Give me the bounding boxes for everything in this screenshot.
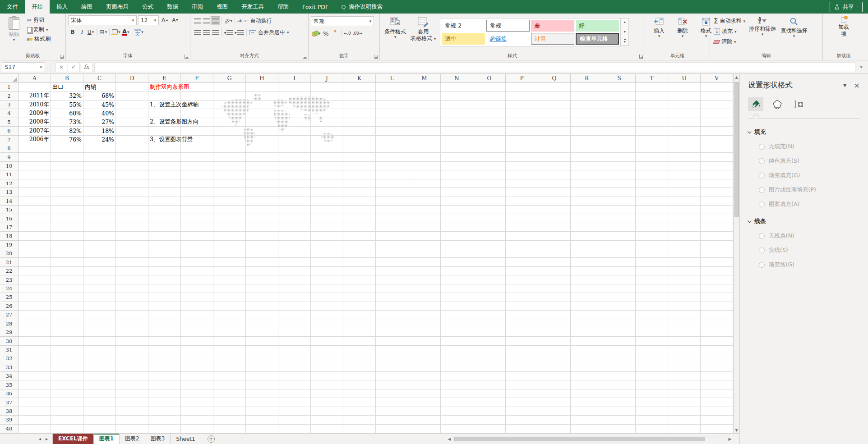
cell-K11[interactable] (343, 170, 376, 179)
cell-F27[interactable] (181, 311, 213, 319)
cell-S40[interactable] (603, 425, 636, 433)
cell-D5[interactable] (116, 118, 148, 127)
cell-R19[interactable] (571, 241, 603, 249)
cell-V35[interactable] (701, 380, 733, 389)
cell-R5[interactable] (571, 118, 603, 127)
world-map-image[interactable] (216, 91, 338, 150)
cell-B38[interactable] (51, 407, 83, 416)
row-header-2[interactable]: 2 (0, 92, 18, 100)
cell-M20[interactable] (408, 249, 441, 258)
cell-U20[interactable] (668, 249, 701, 258)
cell-M13[interactable] (408, 188, 441, 197)
cell-S33[interactable] (603, 363, 636, 372)
cell-I37[interactable] (278, 398, 311, 407)
cell-R22[interactable] (571, 267, 603, 275)
cell-T20[interactable] (636, 249, 668, 258)
cell-P11[interactable] (506, 170, 538, 179)
cell-E28[interactable] (148, 319, 181, 328)
cell-B22[interactable] (51, 267, 83, 275)
cell-J18[interactable] (311, 232, 343, 240)
cell-P4[interactable] (506, 109, 538, 118)
scroll-right-icon[interactable]: ▶ (726, 437, 734, 441)
cell-U13[interactable] (668, 188, 701, 197)
cell-H22[interactable] (246, 267, 278, 275)
cell-F30[interactable] (181, 337, 213, 345)
cell-F17[interactable] (181, 223, 213, 232)
cell-Q23[interactable] (538, 275, 571, 284)
cell-S21[interactable] (603, 258, 636, 266)
cell-G32[interactable] (213, 354, 246, 363)
cell-M21[interactable] (408, 258, 441, 266)
cell-D27[interactable] (116, 311, 148, 319)
cell-A40[interactable] (18, 425, 51, 433)
insert-function-button[interactable]: fx (81, 62, 92, 72)
cell-F28[interactable] (181, 319, 213, 328)
cell-G29[interactable] (213, 328, 246, 337)
cell-I30[interactable] (278, 337, 311, 345)
cell-J14[interactable] (311, 197, 343, 206)
cell-U30[interactable] (668, 337, 701, 345)
cell-style-计算[interactable]: 计算 (531, 33, 574, 45)
cell-A38[interactable] (18, 407, 51, 416)
cell-U29[interactable] (668, 328, 701, 337)
cell-F19[interactable] (181, 241, 213, 249)
pane-options-chevron-icon[interactable]: ▾ (843, 81, 847, 89)
cell-T29[interactable] (636, 328, 668, 337)
cell-D35[interactable] (116, 380, 148, 389)
cell-I11[interactable] (278, 170, 311, 179)
cell-B21[interactable] (51, 258, 83, 266)
cell-K21[interactable] (343, 258, 376, 266)
cell-N19[interactable] (441, 241, 473, 249)
cell-S2[interactable] (603, 92, 636, 100)
cell-K8[interactable] (343, 144, 376, 153)
cell-D7[interactable] (116, 136, 148, 144)
cell-M32[interactable] (408, 354, 441, 363)
cell-B35[interactable] (51, 380, 83, 389)
cell-T9[interactable] (636, 153, 668, 161)
cell-V37[interactable] (701, 398, 733, 407)
cell-F31[interactable] (181, 346, 213, 354)
cell-F24[interactable] (181, 284, 213, 293)
cell-O38[interactable] (473, 407, 506, 416)
cell-P37[interactable] (506, 398, 538, 407)
fill-button[interactable]: ↓填充▾ (712, 27, 747, 36)
cell-G20[interactable] (213, 249, 246, 258)
cell-M10[interactable] (408, 162, 441, 170)
cell-R24[interactable] (571, 284, 603, 293)
cell-L11[interactable] (376, 170, 408, 179)
cell-B20[interactable] (51, 249, 83, 258)
cell-B4[interactable]: 60% (51, 109, 83, 118)
confirm-entry-button[interactable]: ✓ (68, 62, 80, 72)
cell-U38[interactable] (668, 407, 701, 416)
cell-D32[interactable] (116, 354, 148, 363)
row-header-12[interactable]: 12 (0, 179, 18, 188)
cell-N21[interactable] (441, 258, 473, 266)
row-header-38[interactable]: 38 (0, 407, 18, 416)
column-header-L[interactable]: L (376, 74, 408, 83)
cell-B34[interactable] (51, 372, 83, 380)
option-渐变线(G)[interactable]: 渐变线(G) (759, 261, 860, 269)
cell-K36[interactable] (343, 389, 376, 398)
cell-L17[interactable] (376, 223, 408, 232)
cell-R32[interactable] (571, 354, 603, 363)
cell-J30[interactable] (311, 337, 343, 345)
cell-R13[interactable] (571, 188, 603, 197)
clipboard-dialog-launcher[interactable] (60, 55, 64, 59)
cell-N13[interactable] (441, 188, 473, 197)
cell-D20[interactable] (116, 249, 148, 258)
delete-cells-button[interactable]: 删除 ▾ (671, 15, 694, 40)
cell-Q12[interactable] (538, 179, 571, 188)
cell-P39[interactable] (506, 416, 538, 424)
cell-B26[interactable] (51, 302, 83, 311)
cell-I18[interactable] (278, 232, 311, 240)
cell-J36[interactable] (311, 389, 343, 398)
cell-Q17[interactable] (538, 223, 571, 232)
cell-N40[interactable] (441, 425, 473, 433)
cell-I24[interactable] (278, 284, 311, 293)
cell-P33[interactable] (506, 363, 538, 372)
row-header-15[interactable]: 15 (0, 206, 18, 214)
cell-O17[interactable] (473, 223, 506, 232)
font-dialog-launcher[interactable] (185, 55, 189, 59)
cell-R8[interactable] (571, 144, 603, 153)
cell-T27[interactable] (636, 311, 668, 319)
